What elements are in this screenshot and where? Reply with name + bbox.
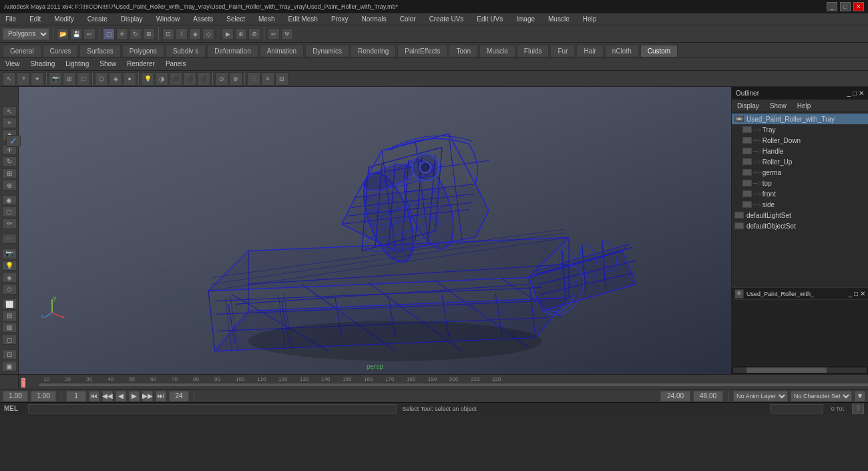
outliner-visibility-icon[interactable] [734,222,744,229]
tab-hair[interactable]: Hair [576,45,603,57]
play-prev-btn[interactable]: ◀ [116,391,126,402]
confirm-button[interactable]: ✓ [6,135,21,147]
light-icon[interactable]: 💡 [141,72,154,86]
tab-fluids[interactable]: Fluids [517,45,550,57]
tab-subdivs[interactable]: Subdiv s [166,45,206,57]
scale-tool[interactable]: ⊞ [2,168,17,179]
cv-tool[interactable]: ◈ [2,272,17,283]
menu-image[interactable]: Image [513,14,537,24]
range-end-input[interactable] [169,391,189,402]
texture-icon[interactable]: ⬛ [169,72,182,86]
play-prev-key-btn[interactable]: ◀◀ [102,391,113,402]
outliner-menu-show[interactable]: Show [767,101,789,111]
outliner-item[interactable]: ─○ side [732,199,868,210]
paint-select-icon[interactable]: ✦ [31,72,44,86]
outliner-maximize[interactable]: □ [853,90,857,97]
render-btn[interactable]: ▶ [222,28,234,40]
open-btn[interactable]: 📂 [57,28,69,40]
maximize-button[interactable]: □ [840,2,851,11]
bottom-minimize[interactable]: _ [848,290,852,297]
outliner-visibility-icon[interactable] [742,180,752,186]
outliner-visibility-icon[interactable] [742,158,752,165]
tab-surfaces[interactable]: Surfaces [79,45,120,57]
range-start-input[interactable] [66,391,86,402]
tab-ncloth[interactable]: nCloth [605,45,639,57]
smooth-wire-icon[interactable]: ◈ [109,72,122,86]
menu-color[interactable]: Color [397,14,419,24]
lasso-tool[interactable]: ⌖ [2,118,17,128]
tab-rendering[interactable]: Rendering [351,45,396,57]
transform-tool[interactable]: ⊕ [2,180,17,190]
exposure-icon[interactable]: ⬛ [197,72,210,86]
anim-end-input[interactable] [660,391,690,402]
select-btn[interactable]: ▢ [103,28,115,40]
snap-point[interactable]: ◈ [189,28,201,40]
outliner-visibility-icon[interactable] [742,126,752,133]
outliner-visibility-icon[interactable] [742,201,752,208]
outliner-item[interactable]: ─○ germa [732,167,868,178]
bevel-tool[interactable]: ◻ [2,334,17,345]
camera-icon[interactable]: 📷 [49,72,62,86]
tab-toon[interactable]: Toon [449,45,478,57]
menu-mesh[interactable]: Mesh [256,14,277,24]
outliner-item[interactable]: defaultObjectSet [732,220,868,231]
outliner-scrollbar[interactable] [732,365,868,374]
tab-custom[interactable]: Custom [640,45,678,57]
ep-tool[interactable]: ◇ [2,284,17,295]
outliner-item[interactable]: ─○ Tray [732,124,868,135]
speed-input[interactable] [31,391,56,402]
outliner-visibility-icon[interactable] [742,137,752,144]
outliner-item[interactable]: ─○ Handle [732,146,868,156]
anim-layer-select[interactable]: No Anim Layer [733,391,788,402]
isolate-icon[interactable]: ⊙ [215,72,228,86]
soft-mod-tool[interactable]: ◉ [2,195,17,206]
outliner-visibility-icon[interactable] [734,116,744,122]
menu-modify[interactable]: Modify [51,14,76,24]
outliner-item[interactable]: ─○ Roller_Up [732,156,868,167]
ortho-icon[interactable]: □ [77,72,90,86]
lasso-icon[interactable]: ⌖ [17,72,30,86]
play-next-btn[interactable]: ▶▶ [142,391,153,402]
menu-normals[interactable]: Normals [359,14,389,24]
script-btn[interactable]: Ψ [281,28,293,40]
tab-curves[interactable]: Curves [43,45,79,57]
menu-file[interactable]: File [3,14,19,24]
snap-icon[interactable]: ⋮ [247,72,260,86]
timeline[interactable]: 1102030405060708090100110120130140150160… [0,374,868,389]
save-btn[interactable]: 💾 [70,28,82,40]
scale-btn[interactable]: ⊞ [143,28,155,40]
sub-shading[interactable]: Shading [28,59,58,69]
outliner-visibility-icon[interactable] [734,212,744,218]
misc-tool1[interactable]: ⊡ [2,349,17,360]
fps-input[interactable] [693,391,723,402]
select-mode-icon[interactable]: ↖ [3,72,16,86]
outliner-close[interactable]: ✕ [859,90,864,97]
play-end-btn[interactable]: ⏭ [156,391,166,402]
hud-icon[interactable]: ⊟ [275,72,288,86]
tab-animation[interactable]: Animation [260,45,304,57]
menu-create-uvs[interactable]: Create UVs [427,14,467,24]
outliner-item[interactable]: ─○ top [732,178,868,188]
bottom-close[interactable]: ✕ [860,290,865,297]
xray-icon[interactable]: ⊗ [229,72,242,86]
current-frame-input[interactable] [3,391,28,402]
command-line-input[interactable] [28,404,397,414]
paint-btn[interactable]: ✏ [268,28,280,40]
menu-muscle[interactable]: Muscle [546,14,572,24]
outliner-visibility-icon[interactable] [742,190,752,197]
ambient-icon[interactable]: ⬛ [183,72,196,86]
bottom-maximize[interactable]: □ [854,290,858,297]
sub-show[interactable]: Show [97,59,119,69]
outliner-visibility-icon[interactable] [742,169,752,176]
tab-polygons[interactable]: Polygons [122,45,164,57]
outliner-menu-display[interactable]: Display [734,101,762,111]
resolution-icon[interactable]: ≡ [261,72,274,86]
ipr-btn[interactable]: ⊕ [235,28,247,40]
bridge-tool[interactable]: ⊟ [2,311,17,321]
menu-edit-mesh[interactable]: Edit Mesh [285,14,320,24]
outliner-visibility-icon[interactable] [742,148,752,154]
mode-select[interactable]: Polygons [3,28,49,40]
outliner-item[interactable]: ─○ Roller_Down [732,135,868,146]
tab-painteffects[interactable]: PaintEffects [397,45,447,57]
char-set-options[interactable]: ▼ [855,391,865,402]
